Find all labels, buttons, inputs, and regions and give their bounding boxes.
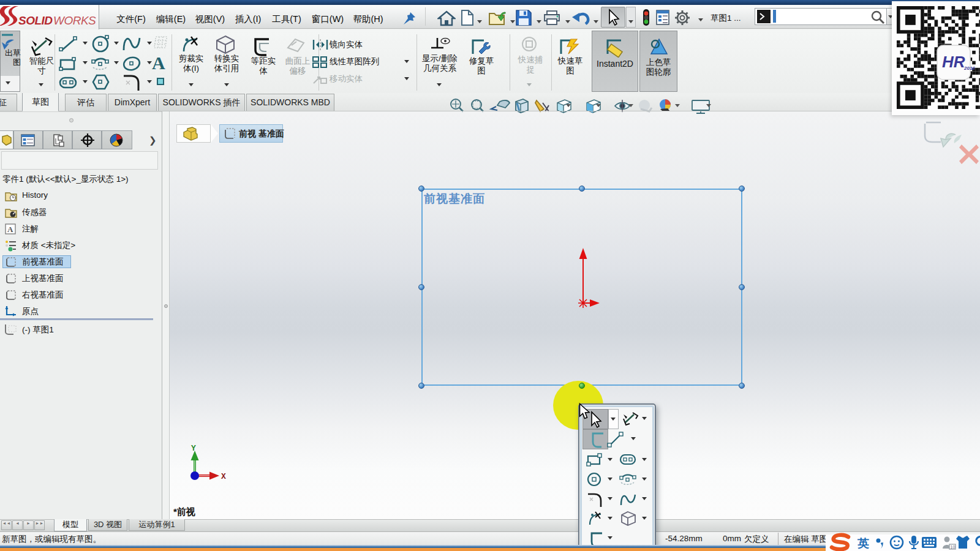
svg-text:HR: HR	[942, 53, 965, 71]
svg-text:X: X	[221, 472, 226, 481]
svg-text:2016: 2016	[963, 66, 975, 71]
svg-text:Y: Y	[191, 444, 196, 453]
svg-text:A: A	[7, 225, 13, 234]
svg-text:WORKS: WORKS	[53, 14, 96, 27]
svg-text:SOLID: SOLID	[18, 14, 53, 27]
svg-text:10: 10	[951, 545, 956, 549]
